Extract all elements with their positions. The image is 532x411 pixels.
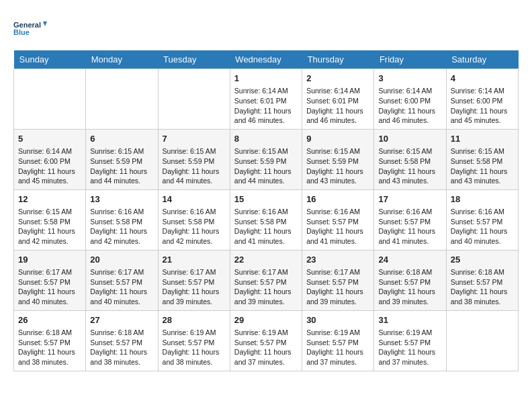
day-number: 20	[90, 254, 153, 266]
weekday-header-sunday: Sunday	[14, 50, 86, 69]
calendar-cell: 27Sunrise: 6:18 AMSunset: 5:57 PMDayligh…	[86, 310, 158, 371]
weekday-header-tuesday: Tuesday	[158, 50, 230, 69]
day-info: Sunrise: 6:14 AMSunset: 6:00 PMDaylight:…	[378, 86, 441, 126]
header: General Blue	[13, 13, 519, 44]
day-info: Sunrise: 6:15 AMSunset: 5:59 PMDaylight:…	[234, 146, 298, 186]
calendar-cell	[446, 310, 518, 371]
calendar-cell: 25Sunrise: 6:18 AMSunset: 5:57 PMDayligh…	[446, 250, 518, 310]
day-info: Sunrise: 6:17 AMSunset: 5:57 PMDaylight:…	[306, 267, 369, 307]
weekday-header-monday: Monday	[86, 50, 158, 69]
day-number: 2	[306, 73, 369, 85]
week-row-0: 1Sunrise: 6:14 AMSunset: 6:01 PMDaylight…	[14, 69, 519, 130]
day-info: Sunrise: 6:18 AMSunset: 5:57 PMDaylight:…	[451, 267, 514, 307]
calendar-cell: 24Sunrise: 6:18 AMSunset: 5:57 PMDayligh…	[374, 250, 446, 310]
calendar-cell: 31Sunrise: 6:19 AMSunset: 5:57 PMDayligh…	[374, 310, 446, 371]
day-number: 21	[163, 254, 226, 266]
day-number: 24	[378, 254, 441, 266]
day-number: 16	[306, 193, 369, 205]
calendar-cell	[158, 69, 230, 130]
day-info: Sunrise: 6:14 AMSunset: 6:00 PMDaylight:…	[18, 146, 81, 186]
day-number: 22	[234, 254, 298, 266]
calendar-cell: 5Sunrise: 6:14 AMSunset: 6:00 PMDaylight…	[14, 129, 86, 189]
day-info: Sunrise: 6:14 AMSunset: 6:01 PMDaylight:…	[234, 86, 298, 126]
weekday-header-thursday: Thursday	[302, 50, 374, 69]
day-info: Sunrise: 6:15 AMSunset: 5:59 PMDaylight:…	[163, 146, 226, 186]
weekday-header-friday: Friday	[374, 50, 446, 69]
day-info: Sunrise: 6:15 AMSunset: 5:58 PMDaylight:…	[18, 207, 81, 246]
calendar-cell: 17Sunrise: 6:16 AMSunset: 5:57 PMDayligh…	[374, 189, 446, 250]
day-info: Sunrise: 6:19 AMSunset: 5:57 PMDaylight:…	[234, 328, 298, 367]
calendar-cell: 2Sunrise: 6:14 AMSunset: 6:01 PMDaylight…	[302, 69, 374, 130]
calendar-cell	[86, 69, 158, 130]
day-number: 1	[234, 73, 298, 85]
calendar-cell: 23Sunrise: 6:17 AMSunset: 5:57 PMDayligh…	[302, 250, 374, 310]
day-info: Sunrise: 6:18 AMSunset: 5:57 PMDaylight:…	[18, 328, 81, 367]
calendar-cell: 10Sunrise: 6:15 AMSunset: 5:58 PMDayligh…	[374, 129, 446, 189]
day-number: 13	[90, 193, 153, 205]
day-info: Sunrise: 6:16 AMSunset: 5:58 PMDaylight:…	[90, 207, 153, 246]
day-number: 3	[378, 73, 441, 85]
calendar-cell: 9Sunrise: 6:15 AMSunset: 5:59 PMDaylight…	[302, 129, 374, 189]
svg-marker-2	[43, 21, 47, 26]
day-info: Sunrise: 6:18 AMSunset: 5:57 PMDaylight:…	[90, 328, 153, 367]
day-info: Sunrise: 6:19 AMSunset: 5:57 PMDaylight:…	[306, 328, 369, 367]
day-number: 8	[234, 133, 298, 145]
calendar-cell: 26Sunrise: 6:18 AMSunset: 5:57 PMDayligh…	[14, 310, 86, 371]
calendar-cell: 14Sunrise: 6:16 AMSunset: 5:58 PMDayligh…	[158, 189, 230, 250]
day-number: 30	[306, 314, 369, 326]
day-number: 26	[18, 314, 81, 326]
calendar-cell: 1Sunrise: 6:14 AMSunset: 6:01 PMDaylight…	[230, 69, 302, 130]
day-info: Sunrise: 6:16 AMSunset: 5:58 PMDaylight:…	[163, 207, 226, 246]
day-info: Sunrise: 6:16 AMSunset: 5:57 PMDaylight:…	[378, 207, 441, 246]
weekday-header-wednesday: Wednesday	[230, 50, 302, 69]
logo: General Blue	[13, 13, 47, 44]
calendar-cell: 28Sunrise: 6:19 AMSunset: 5:57 PMDayligh…	[158, 310, 230, 371]
day-info: Sunrise: 6:14 AMSunset: 6:01 PMDaylight:…	[306, 86, 369, 126]
calendar-cell: 3Sunrise: 6:14 AMSunset: 6:00 PMDaylight…	[374, 69, 446, 130]
week-row-2: 12Sunrise: 6:15 AMSunset: 5:58 PMDayligh…	[14, 189, 519, 250]
day-info: Sunrise: 6:16 AMSunset: 5:58 PMDaylight:…	[234, 207, 298, 246]
day-number: 10	[378, 133, 441, 145]
day-number: 9	[306, 133, 369, 145]
week-row-1: 5Sunrise: 6:14 AMSunset: 6:00 PMDaylight…	[14, 129, 519, 189]
day-info: Sunrise: 6:17 AMSunset: 5:57 PMDaylight:…	[18, 267, 81, 307]
calendar-cell: 20Sunrise: 6:17 AMSunset: 5:57 PMDayligh…	[86, 250, 158, 310]
day-number: 12	[18, 193, 81, 205]
day-info: Sunrise: 6:14 AMSunset: 6:00 PMDaylight:…	[451, 86, 514, 126]
calendar-cell: 16Sunrise: 6:16 AMSunset: 5:57 PMDayligh…	[302, 189, 374, 250]
calendar-cell: 11Sunrise: 6:15 AMSunset: 5:58 PMDayligh…	[446, 129, 518, 189]
day-info: Sunrise: 6:16 AMSunset: 5:57 PMDaylight:…	[306, 207, 369, 246]
day-number: 5	[18, 133, 81, 145]
day-number: 7	[163, 133, 226, 145]
calendar-cell: 30Sunrise: 6:19 AMSunset: 5:57 PMDayligh…	[302, 310, 374, 371]
day-info: Sunrise: 6:19 AMSunset: 5:57 PMDaylight:…	[163, 328, 226, 367]
day-info: Sunrise: 6:15 AMSunset: 5:58 PMDaylight:…	[378, 146, 441, 186]
calendar-cell: 18Sunrise: 6:16 AMSunset: 5:57 PMDayligh…	[446, 189, 518, 250]
svg-text:Blue: Blue	[13, 28, 30, 36]
day-info: Sunrise: 6:17 AMSunset: 5:57 PMDaylight:…	[234, 267, 298, 307]
week-row-4: 26Sunrise: 6:18 AMSunset: 5:57 PMDayligh…	[14, 310, 519, 371]
day-number: 19	[18, 254, 81, 266]
day-info: Sunrise: 6:16 AMSunset: 5:57 PMDaylight:…	[451, 207, 514, 246]
day-info: Sunrise: 6:18 AMSunset: 5:57 PMDaylight:…	[378, 267, 441, 307]
day-number: 14	[163, 193, 226, 205]
calendar-cell: 4Sunrise: 6:14 AMSunset: 6:00 PMDaylight…	[446, 69, 518, 130]
logo-svg: General Blue	[13, 13, 47, 44]
day-number: 11	[451, 133, 514, 145]
calendar-cell: 6Sunrise: 6:15 AMSunset: 5:59 PMDaylight…	[86, 129, 158, 189]
day-number: 17	[378, 193, 441, 205]
svg-text:General: General	[13, 21, 41, 29]
calendar-cell: 15Sunrise: 6:16 AMSunset: 5:58 PMDayligh…	[230, 189, 302, 250]
calendar-cell: 29Sunrise: 6:19 AMSunset: 5:57 PMDayligh…	[230, 310, 302, 371]
day-number: 6	[90, 133, 153, 145]
calendar-cell: 21Sunrise: 6:17 AMSunset: 5:57 PMDayligh…	[158, 250, 230, 310]
weekday-header-row: SundayMondayTuesdayWednesdayThursdayFrid…	[14, 50, 519, 69]
calendar-cell: 12Sunrise: 6:15 AMSunset: 5:58 PMDayligh…	[14, 189, 86, 250]
day-number: 31	[378, 314, 441, 326]
day-info: Sunrise: 6:17 AMSunset: 5:57 PMDaylight:…	[90, 267, 153, 307]
calendar-cell	[14, 69, 86, 130]
day-info: Sunrise: 6:17 AMSunset: 5:57 PMDaylight:…	[163, 267, 226, 307]
day-number: 4	[451, 73, 514, 85]
day-info: Sunrise: 6:15 AMSunset: 5:59 PMDaylight:…	[306, 146, 369, 186]
day-number: 18	[451, 193, 514, 205]
